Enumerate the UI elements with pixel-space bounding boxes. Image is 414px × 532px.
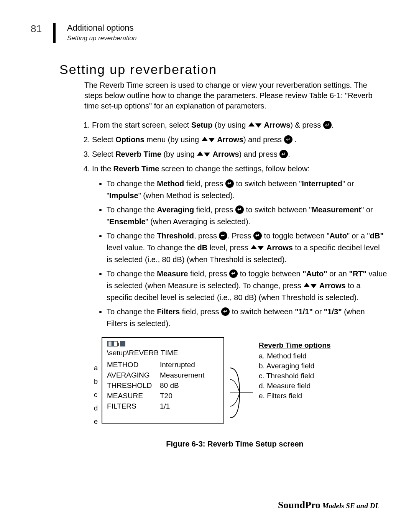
header-text: Additional options Setting up reverberat…: [67, 23, 136, 42]
legend-item: e. Filters field: [259, 392, 331, 400]
label-e: e: [94, 418, 98, 428]
header-subtitle: Setting up reverberation: [67, 34, 136, 42]
svg-marker-2: [202, 137, 208, 141]
step-4: In the Reverb Time screen to change the …: [92, 163, 387, 330]
enter-icon: ↵: [219, 232, 227, 240]
legend-title: Reverb Time options: [259, 341, 331, 350]
svg-marker-8: [304, 283, 310, 287]
header-title: Additional options: [67, 23, 136, 33]
up-down-arrows-icon: [303, 281, 317, 290]
bullet-averaging: To change the Averaging field, press ↵ t…: [107, 204, 387, 228]
stop-icon: [120, 341, 125, 346]
row-method: METHODInterrupted: [107, 360, 219, 370]
svg-marker-0: [248, 122, 255, 126]
figure-caption: Figure 6-3: Reverb Time Setup screen: [82, 440, 387, 448]
legend: Reverb Time options a. Method field b. A…: [259, 341, 331, 402]
up-down-arrows-icon: [250, 243, 264, 252]
callout-connector-icon: [228, 358, 255, 427]
svg-marker-1: [255, 123, 261, 128]
legend-item: c. Threshold field: [259, 372, 331, 380]
row-threshold: THRESHOLD80 dB: [107, 380, 219, 391]
svg-marker-7: [258, 246, 264, 250]
step-1: From the start screen, select Setup (by …: [92, 119, 387, 131]
label-b: b: [94, 378, 98, 388]
section-title: Setting up reverberation: [59, 62, 387, 77]
up-down-arrows-icon: [197, 150, 210, 158]
screen-status-bar: [107, 341, 219, 346]
page-header: 81 Additional options Setting up reverbe…: [31, 23, 387, 43]
legend-item: a. Method field: [259, 352, 331, 360]
label-d: d: [94, 404, 98, 415]
enter-icon: ↵: [284, 135, 292, 144]
up-down-arrows-icon: [201, 135, 215, 144]
content: Setting up reverberation The Reverb Time…: [59, 62, 387, 448]
enter-icon: ↵: [253, 232, 262, 240]
svg-marker-3: [209, 138, 215, 142]
page-number: 81: [31, 23, 42, 35]
up-down-arrows-icon: [248, 121, 262, 129]
device-screen: \setup\REVERB TIME METHODInterrupted AVE…: [102, 337, 224, 424]
legend-item: b. Averaging field: [259, 362, 331, 370]
label-a: a: [94, 364, 98, 374]
footer: SoundPro Models SE and DL: [278, 499, 380, 511]
bullet-method: To change the Method field, press ↵ to s…: [107, 178, 387, 202]
legend-item: d. Measure field: [259, 382, 331, 390]
brand-name: SoundPro: [278, 499, 320, 511]
row-filters: FILTERS1/1: [107, 401, 219, 411]
battery-icon: [107, 341, 118, 346]
bullet-filters: To change the Filters field, press ↵ to …: [107, 306, 387, 330]
step-2: Select Options menu (by using Arrows) an…: [92, 133, 387, 146]
row-measure: MEASURET20: [107, 391, 219, 401]
row-labels: a b c d e: [94, 364, 98, 428]
enter-icon: ↵: [225, 179, 234, 188]
substeps: To change the Method field, press ↵ to s…: [103, 178, 387, 330]
enter-icon: ↵: [221, 307, 230, 316]
enter-icon: ↵: [323, 121, 332, 129]
legend-list: a. Method field b. Averaging field c. Th…: [259, 352, 331, 400]
svg-marker-5: [204, 153, 210, 157]
steps-list: From the start screen, select Setup (by …: [80, 119, 387, 330]
enter-icon: ↵: [279, 150, 288, 158]
step-3: Select Reverb Time (by using Arrows) and…: [92, 148, 387, 160]
svg-marker-9: [310, 284, 317, 288]
figure-area: a b c d e \setup\REVERB TIME METHODInter…: [94, 337, 387, 428]
header-divider: [53, 23, 56, 43]
bullet-threshold: To change the Threshold, press ↵. Press …: [107, 230, 387, 266]
enter-icon: ↵: [229, 269, 238, 278]
intro-paragraph: The Reverb Time screen is used to change…: [84, 80, 387, 111]
bullet-measure: To change the Measure field, press ↵ to …: [107, 268, 387, 304]
svg-marker-6: [251, 245, 257, 249]
enter-icon: ↵: [235, 205, 244, 214]
screen-breadcrumb: \setup\REVERB TIME: [107, 349, 219, 357]
row-averaging: AVERAGINGMeasurement: [107, 370, 219, 380]
label-c: c: [94, 391, 98, 401]
model-text: Models SE and DL: [320, 502, 380, 510]
svg-marker-4: [197, 151, 203, 156]
